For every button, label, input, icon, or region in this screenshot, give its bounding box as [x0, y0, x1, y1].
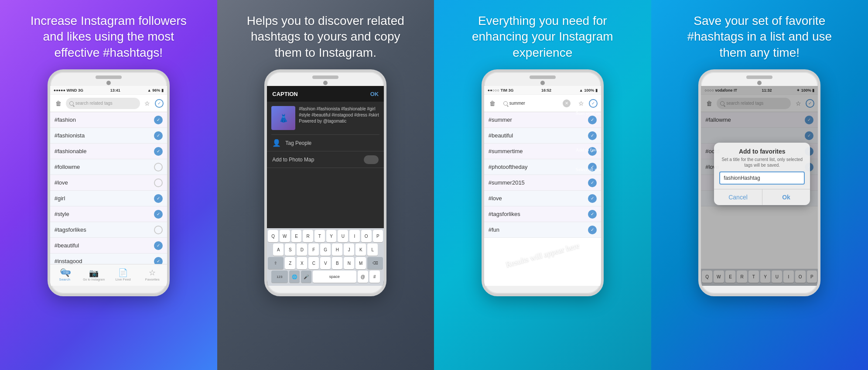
- key-L[interactable]: L: [367, 243, 378, 256]
- photo-map-toggle[interactable]: [364, 155, 379, 164]
- check-circle-3-5[interactable]: ✓: [588, 178, 597, 187]
- check-circle-3-4[interactable]: ✓: [588, 163, 597, 171]
- hashtag-item-3-7[interactable]: #tagsforlikes ✓: [484, 206, 601, 222]
- dialog-cancel-button[interactable]: Cancel: [714, 189, 762, 205]
- hashtag-item-3-6[interactable]: #love ✓: [484, 191, 601, 206]
- key-at[interactable]: @: [358, 271, 368, 283]
- key-row-2: A S D F G H J K L: [268, 243, 383, 256]
- hashtag-item-3-4[interactable]: #photooftheday ✓: [484, 159, 601, 175]
- clear-search-3[interactable]: ✕: [563, 99, 571, 107]
- hashtag-text-3-2: #beautiful: [489, 132, 513, 139]
- key-D[interactable]: D: [297, 243, 307, 256]
- key-R[interactable]: R: [303, 230, 313, 242]
- key-E[interactable]: E: [291, 230, 302, 242]
- check-circle-3[interactable]: ✓: [154, 147, 163, 156]
- dialog-ok-button[interactable]: Ok: [762, 189, 810, 205]
- time-3: 16:52: [541, 88, 551, 92]
- hashtag-text-3: #fashionable: [55, 148, 87, 154]
- hashtag-item-9[interactable]: #beautiful ✓: [50, 238, 167, 254]
- search-bar-1[interactable]: search related tags: [66, 98, 140, 109]
- check-circle-3-6[interactable]: ✓: [588, 194, 597, 203]
- hashtag-item-3-1[interactable]: #summer ✓: [484, 112, 601, 128]
- search-bar-3[interactable]: summer ✕: [500, 98, 574, 109]
- hashtag-item-3-2[interactable]: #beautiful ✓: [484, 128, 601, 144]
- photo-map-row[interactable]: Add to Photo Map: [267, 151, 384, 168]
- key-J[interactable]: J: [344, 243, 354, 256]
- hashtag-item-7[interactable]: #style ✓: [50, 206, 167, 222]
- hashtag-item-1[interactable]: #fashion ✓: [50, 112, 167, 128]
- key-S[interactable]: S: [285, 243, 295, 256]
- check-all-button-1[interactable]: ✓: [155, 99, 164, 108]
- check-circle-3-3[interactable]: ✓: [588, 147, 597, 156]
- check-circle-3-1[interactable]: ✓: [588, 116, 597, 124]
- tag-people-row[interactable]: 👤 Tag People: [267, 135, 384, 151]
- check-circle-5[interactable]: [154, 178, 163, 187]
- key-U[interactable]: U: [338, 230, 348, 242]
- key-Q[interactable]: Q: [268, 230, 278, 242]
- key-Z[interactable]: Z: [285, 257, 295, 269]
- check-circle-2[interactable]: ✓: [154, 131, 163, 140]
- check-circle-3-2[interactable]: ✓: [588, 131, 597, 140]
- hashtag-item-3-5[interactable]: #summer2015 ✓: [484, 175, 601, 191]
- check-circle-9[interactable]: ✓: [154, 241, 163, 250]
- search-value-3: summer: [509, 101, 525, 106]
- tab-favorites-1[interactable]: ☆ Favorites: [138, 269, 167, 281]
- check-circle-3-8[interactable]: ✓: [588, 226, 597, 234]
- key-B[interactable]: B: [332, 257, 342, 269]
- hashtag-item-3[interactable]: #fashionable ✓: [50, 144, 167, 159]
- tab-search-1[interactable]: 🔍 Search 7/30: [50, 269, 79, 281]
- caption-ok-button[interactable]: OK: [370, 91, 379, 97]
- key-T[interactable]: T: [314, 230, 325, 242]
- tag-people-label: Tag People: [285, 140, 311, 146]
- hashtag-item-3-3[interactable]: #summertime ✓: [484, 144, 601, 159]
- key-O[interactable]: O: [361, 230, 372, 242]
- key-X[interactable]: X: [297, 257, 307, 269]
- hashtag-item-3-8[interactable]: #fun ✓: [484, 222, 601, 238]
- hashtag-item-5[interactable]: #love: [50, 175, 167, 191]
- check-all-button-3[interactable]: ✓: [589, 99, 598, 108]
- key-globe[interactable]: 🌐: [289, 271, 300, 283]
- key-F[interactable]: F: [308, 243, 319, 256]
- tab-livefeed-1[interactable]: 📄 Live Feed: [109, 269, 138, 281]
- dialog-input[interactable]: fashionHashtag: [719, 171, 805, 185]
- key-K[interactable]: K: [355, 243, 366, 256]
- hashtag-item-4[interactable]: #followme: [50, 159, 167, 175]
- star-button-3[interactable]: ☆: [577, 99, 586, 108]
- key-A[interactable]: A: [273, 243, 284, 256]
- key-I[interactable]: I: [349, 230, 360, 242]
- key-Y[interactable]: Y: [326, 230, 337, 242]
- hashtag-item-8[interactable]: #tagsforlikes: [50, 222, 167, 238]
- key-shift[interactable]: ⇧: [268, 257, 284, 269]
- key-space[interactable]: space: [313, 271, 356, 283]
- hashtag-text-3-4: #photooftheday: [489, 164, 528, 170]
- tab-instagram-1[interactable]: 📷 Go to Instagram: [79, 269, 109, 281]
- check-circle-6[interactable]: ✓: [154, 194, 163, 203]
- check-circle-3-7[interactable]: ✓: [588, 210, 597, 219]
- key-N[interactable]: N: [344, 257, 354, 269]
- key-H[interactable]: H: [332, 243, 342, 256]
- trash-button-3[interactable]: 🗑: [488, 99, 497, 108]
- hashtag-item-2[interactable]: #fashionista ✓: [50, 128, 167, 144]
- key-backspace[interactable]: ⌫: [367, 257, 383, 269]
- key-123[interactable]: 123: [271, 271, 288, 283]
- key-P[interactable]: P: [373, 230, 383, 242]
- check-circle-8[interactable]: [154, 226, 163, 234]
- bottom-tabs-1: 🔍 Search 7/30 📷 Go to Instagram 📄 Live F…: [50, 264, 167, 286]
- livefeed-tab-icon-1: 📄: [118, 269, 128, 277]
- check-circle-4[interactable]: [154, 163, 163, 171]
- key-hash[interactable]: #: [369, 271, 380, 283]
- photo-map-label: Add to Photo Map: [272, 157, 314, 163]
- key-mic[interactable]: 🎤: [301, 271, 311, 283]
- hashtag-text-7: #style: [55, 211, 69, 217]
- key-V[interactable]: V: [320, 257, 331, 269]
- check-circle-1[interactable]: ✓: [154, 116, 163, 124]
- check-circle-7[interactable]: ✓: [154, 210, 163, 219]
- key-M[interactable]: M: [355, 257, 366, 269]
- key-W[interactable]: W: [280, 230, 290, 242]
- key-G[interactable]: G: [320, 243, 331, 256]
- hashtag-item-6[interactable]: #girl ✓: [50, 191, 167, 206]
- tab-instagram-label-1: Go to Instagram: [83, 278, 105, 281]
- trash-button-1[interactable]: 🗑: [54, 99, 63, 108]
- star-button-1[interactable]: ☆: [143, 99, 152, 108]
- key-C[interactable]: C: [308, 257, 319, 269]
